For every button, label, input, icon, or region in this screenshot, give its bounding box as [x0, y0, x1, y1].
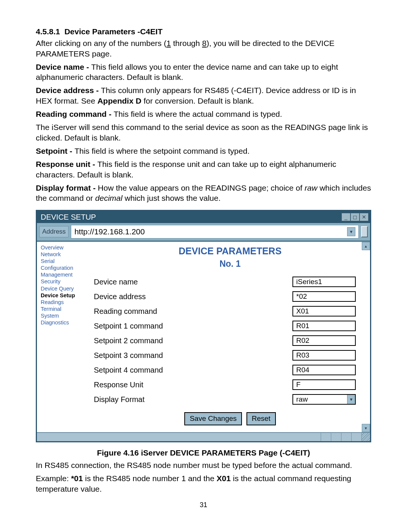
form-row: Reading commandX01 — [94, 306, 356, 316]
field-input[interactable]: iSeries1 — [292, 277, 356, 287]
form-row: Device nameiSeries1 — [94, 277, 356, 287]
display-format-select[interactable]: raw ▼ — [292, 394, 356, 405]
field-input[interactable]: X01 — [292, 306, 356, 316]
field-input[interactable]: R02 — [292, 335, 356, 346]
minimize-icon[interactable]: _ — [341, 213, 350, 221]
section-heading: 4.5.8.1 Device Parameters -C4EIT — [36, 26, 371, 37]
form-row: Setpoint 4 commandR04 — [94, 365, 356, 375]
window-title: DEVICE SETUP — [41, 212, 96, 222]
sidebar-item-device-query[interactable]: Device Query — [41, 285, 88, 292]
browser-window: DEVICE SETUP _ ◻ ✕ Address http://192.16… — [36, 210, 371, 442]
reset-button[interactable]: Reset — [246, 412, 276, 425]
reading-command-paragraph: Reading command - This field is where th… — [36, 109, 371, 119]
title-bar: DEVICE SETUP _ ◻ ✕ — [37, 211, 370, 223]
address-bar: Address http://192.168.1.200 ▼ — [37, 223, 370, 241]
sidebar-item-serial[interactable]: Serial — [41, 258, 88, 264]
form-row: Setpoint 1 commandR01 — [94, 321, 356, 331]
save-changes-button[interactable]: Save Changes — [184, 412, 242, 425]
sidebar-item-device-setup[interactable]: Device Setup — [41, 292, 88, 299]
display-format-paragraph: Display format - How the value appears o… — [36, 183, 371, 203]
iserver-paragraph: The iServer will send this command to th… — [36, 122, 371, 143]
display-format-row: Display Format raw ▼ — [94, 394, 356, 405]
sidebar-item-security[interactable]: Security — [41, 278, 88, 285]
scroll-down-icon[interactable]: ▾ — [362, 424, 370, 432]
sidebar-nav: OverviewNetworkSerialConfigurationManage… — [37, 242, 90, 432]
address-input[interactable]: http://192.168.1.200 ▼ — [71, 225, 359, 238]
main-content: ▴ DEVICE PARAMETERS No. 1 Device nameiSe… — [90, 242, 370, 432]
figure-note-2: Example: *01 is the RS485 node number 1 … — [36, 473, 371, 494]
field-label: Setpoint 2 command — [94, 336, 292, 345]
page-subtitle: No. 1 — [94, 258, 366, 270]
field-input[interactable]: R01 — [292, 321, 356, 331]
close-icon[interactable]: ✕ — [360, 213, 369, 221]
sidebar-item-terminal[interactable]: Terminal — [41, 306, 88, 312]
sidebar-item-readings[interactable]: Readings — [41, 299, 88, 306]
field-input[interactable]: F — [292, 379, 356, 390]
figure-note-1: In RS485 connection, the RS485 node numb… — [36, 460, 371, 470]
sidebar-item-diagnostics[interactable]: Diagnostics — [41, 319, 88, 326]
field-input[interactable]: R03 — [292, 350, 356, 361]
field-input[interactable]: R04 — [292, 365, 356, 375]
field-label: Reading command — [94, 306, 292, 316]
sidebar-item-configuration[interactable]: Configuration — [41, 264, 88, 271]
field-label: Device name — [94, 277, 292, 287]
field-label: Device address — [94, 292, 292, 301]
response-unit-paragraph: Response unit - This field is the respon… — [36, 159, 371, 180]
form-row: Device address*02 — [94, 291, 356, 302]
scroll-up-icon[interactable]: ▴ — [362, 242, 370, 250]
status-bar — [37, 432, 370, 441]
device-name-paragraph: Device name - This field allows you to e… — [36, 62, 371, 83]
address-dropdown-icon[interactable]: ▼ — [347, 227, 355, 236]
form-row: Response UnitF — [94, 379, 356, 390]
sidebar-item-system[interactable]: System — [41, 312, 88, 319]
field-label: Setpoint 3 command — [94, 350, 292, 360]
display-format-label: Display Format — [94, 394, 292, 404]
dropdown-arrow-icon[interactable]: ▼ — [347, 395, 355, 404]
field-label: Response Unit — [94, 380, 292, 390]
field-label: Setpoint 1 command — [94, 321, 292, 331]
device-address-paragraph: Device address - This column only appear… — [36, 85, 371, 106]
intro-paragraph: After clicking on any of the numbers (1 … — [36, 38, 371, 59]
page-title: DEVICE PARAMETERS — [94, 245, 366, 257]
form-row: Setpoint 2 commandR02 — [94, 335, 356, 346]
sidebar-item-management[interactable]: Management — [41, 271, 88, 278]
field-label: Setpoint 4 command — [94, 365, 292, 375]
go-button[interactable] — [361, 226, 368, 237]
sidebar-item-overview[interactable]: Overview — [41, 244, 88, 251]
maximize-icon[interactable]: ◻ — [350, 213, 360, 221]
form-row: Setpoint 3 commandR03 — [94, 350, 356, 361]
figure-caption: Figure 4.16 iServer DEVICE PARAMETERS Pa… — [36, 448, 371, 458]
field-input[interactable]: *02 — [292, 291, 356, 302]
resize-grip-icon[interactable] — [361, 433, 370, 441]
sidebar-item-network[interactable]: Network — [41, 251, 88, 258]
address-label: Address — [39, 226, 69, 237]
page-number: 31 — [36, 501, 371, 509]
setpoint-paragraph: Setpoint - This field is where the setpo… — [36, 146, 371, 156]
